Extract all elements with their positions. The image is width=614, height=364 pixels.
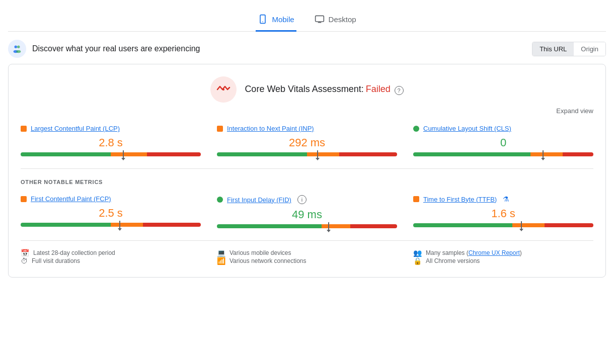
metric-fid-bar-seg-0 [217,224,322,228]
metric-inp-link[interactable]: Interaction to Next Paint (INP) [227,125,314,132]
metric-lcp-bar-seg-2 [147,152,201,156]
footer-col2-icon-0: 💻 [217,249,225,257]
metric-fcp-dot [21,196,27,202]
metric-lcp-link[interactable]: Largest Contentful Paint (LCP) [31,125,120,132]
metric-inp-bar-seg-2 [339,152,397,156]
metric-inp-dot [217,126,223,132]
assessment-info-icon[interactable]: ? [395,86,404,95]
metric-ttfb-link[interactable]: Time to First Byte (TTFB) [423,196,497,203]
metric-cls-bar-seg-2 [563,152,593,156]
footer-col3-icon-0: 👥 [413,249,422,257]
footer-col3: 👥Many samples (Chrome UX Report)🔒All Chr… [413,249,593,265]
metric-fid-info-icon[interactable]: i [297,195,306,204]
metric-ttfb-flask-icon: ⚗ [503,195,509,203]
footer-col2-text-0: Various mobile devices [229,249,291,256]
section-divider [21,168,593,169]
assessment-status: Failed [366,84,391,94]
metric-cls-label-row: Cumulative Layout Shift (CLS) [413,125,593,132]
metric-ttfb: Time to First Byte (TTFB)⚗1.6 s [413,195,593,228]
other-metrics-label: OTHER NOTABLE METRICS [21,179,593,185]
metric-fid-value: 49 ms [217,208,397,221]
metric-fid-label-row: First Input Delay (FID)i [217,195,397,204]
metric-fcp-label-row: First Contentful Paint (FCP) [21,195,201,203]
metric-fid: First Input Delay (FID)i49 ms [217,195,397,228]
tab-desktop[interactable]: Desktop [313,8,358,32]
footer-col1-item-1: ⏱Full visit durations [21,257,201,265]
metric-fcp-link[interactable]: First Contentful Paint (FCP) [31,195,111,203]
footer-col3-item-1: 🔒All Chrome versions [413,257,593,265]
metric-fid-bar [217,224,397,228]
expand-link[interactable]: Expand view [556,107,593,115]
metric-fcp-bar-needle [119,221,120,229]
footer-col2-item-0: 💻Various mobile devices [217,249,397,257]
metric-fcp-bar-seg-0 [21,223,111,227]
metric-fcp: First Contentful Paint (FCP)2.5 s [21,195,201,228]
metric-fcp-bar [21,223,201,227]
header-left: Discover what your real users are experi… [8,40,200,58]
metric-fcp-bar-seg-1 [111,223,143,227]
metric-lcp-bar-seg-0 [21,152,111,156]
metric-inp-value: 292 ms [217,136,397,149]
metric-lcp-label-row: Largest Contentful Paint (LCP) [21,125,201,132]
metric-inp-bar-seg-1 [307,152,339,156]
footer-col3-text-1: All Chrome versions [426,257,480,264]
this-url-button[interactable]: This URL [532,42,574,56]
metric-cls: Cumulative Layout Shift (CLS)0 [413,125,593,156]
metric-fid-bar-seg-2 [350,224,397,228]
other-metrics-grid: First Contentful Paint (FCP)2.5 sFirst I… [21,195,593,228]
footer-col3-item-0: 👥Many samples (Chrome UX Report) [413,249,593,257]
metric-inp-bar-seg-0 [217,152,307,156]
metric-cls-dot [413,126,419,132]
svg-point-8 [16,50,21,53]
metric-ttfb-dot [413,196,419,202]
metric-inp-bar-track [217,152,397,156]
metric-cls-bar [413,152,593,156]
metric-lcp-bar-seg-1 [111,152,147,156]
metric-ttfb-bar-track [413,223,593,227]
chrome-ux-report-link[interactable]: Chrome UX Report [469,249,520,256]
metric-ttfb-value: 1.6 s [413,207,593,220]
metric-cls-bar-seg-0 [413,152,530,156]
metric-fid-dot [217,197,223,203]
tab-desktop-label: Desktop [329,15,356,24]
svg-rect-2 [315,16,324,22]
footer-col3-text-0: Many samples (Chrome UX Report) [426,249,522,256]
svg-point-5 [15,46,18,49]
footer-col2-text-1: Various network connections [229,257,306,264]
metric-cls-bar-track [413,152,593,156]
assessment-title-row: Core Web Vitals Assessment: Failed ? [245,84,403,95]
footer-col1-item-0: 📅Latest 28-day collection period [21,249,201,257]
metric-fcp-bar-seg-2 [143,223,201,227]
metric-ttfb-bar-needle [521,221,522,229]
footer-col1-text-1: Full visit durations [32,257,80,264]
footer-col1: 📅Latest 28-day collection period⏱Full vi… [21,249,201,265]
header-row: Discover what your real users are experi… [8,32,606,64]
tab-mobile[interactable]: Mobile [256,8,296,32]
metric-lcp-bar [21,152,201,156]
tab-mobile-label: Mobile [272,15,294,24]
metric-inp-label-row: Interaction to Next Paint (INP) [217,125,397,132]
metric-cls-value: 0 [413,136,593,149]
svg-point-9 [222,88,224,90]
assessment-title-prefix: Core Web Vitals Assessment: [245,84,363,94]
metric-cls-bar-seg-1 [530,152,563,156]
metric-cls-link[interactable]: Cumulative Layout Shift (CLS) [423,125,511,132]
footer-col1-icon-0: 📅 [21,249,29,257]
metric-inp: Interaction to Next Paint (INP)292 ms [217,125,397,156]
footer-col3-icon-1: 🔒 [413,257,422,265]
metric-fcp-bar-track [21,223,201,227]
metric-ttfb-bar-seg-2 [545,223,593,227]
footer-col2-item-1: 📶Various network connections [217,257,397,265]
svg-rect-0 [260,15,265,24]
footer-col2-icon-1: 📶 [217,257,225,265]
origin-button[interactable]: Origin [574,42,605,56]
footer-col1-text-0: Latest 28-day collection period [33,249,115,256]
metric-fid-bar-seg-1 [322,224,350,228]
footer-col2: 💻Various mobile devices📶Various network … [217,249,397,265]
assessment-failed-icon [210,76,237,103]
svg-point-6 [17,46,20,49]
metric-fcp-value: 2.5 s [21,207,201,220]
metric-fid-link[interactable]: First Input Delay (FID) [227,196,291,204]
core-metrics-grid: Largest Contentful Paint (LCP)2.8 sInter… [21,125,593,156]
metric-lcp-value: 2.8 s [21,136,201,149]
